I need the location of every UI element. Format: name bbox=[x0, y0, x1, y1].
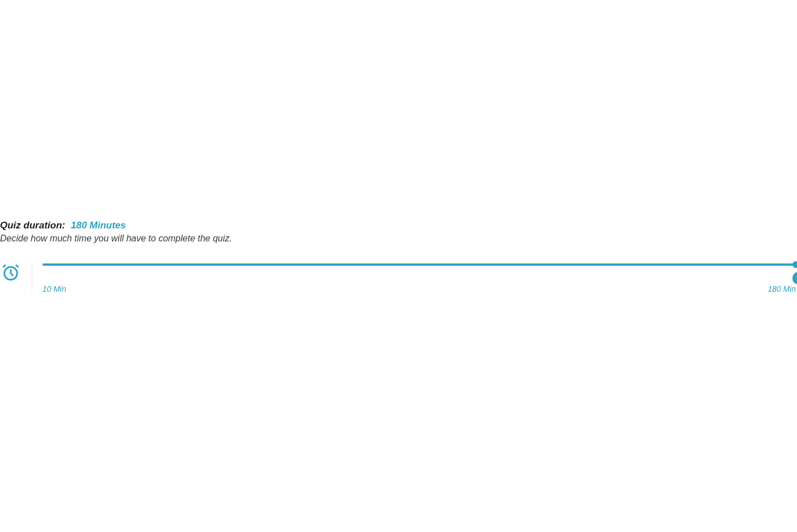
duration-header: Quiz duration: 180 Minutes bbox=[0, 220, 797, 231]
slider-thumb[interactable] bbox=[792, 261, 797, 268]
duration-label: Quiz duration: bbox=[0, 220, 65, 231]
slider-min-label: 10 Min bbox=[42, 284, 66, 293]
duration-value: 180 Minutes bbox=[71, 220, 126, 231]
slider-handle[interactable] bbox=[792, 272, 797, 284]
slider-max-label: 180 Min bbox=[768, 284, 796, 293]
clock-icon bbox=[0, 262, 21, 282]
divider bbox=[32, 262, 32, 291]
duration-description: Decide how much time you will have to co… bbox=[0, 233, 797, 244]
slider-track bbox=[42, 263, 796, 266]
slider-ticks: 10 Min 180 Min bbox=[42, 284, 796, 293]
slider-row: 10 Min 180 Min bbox=[0, 262, 797, 293]
quiz-duration-section: Quiz duration: 180 Minutes Decide how mu… bbox=[0, 220, 797, 293]
duration-slider[interactable]: 10 Min 180 Min bbox=[42, 262, 797, 293]
